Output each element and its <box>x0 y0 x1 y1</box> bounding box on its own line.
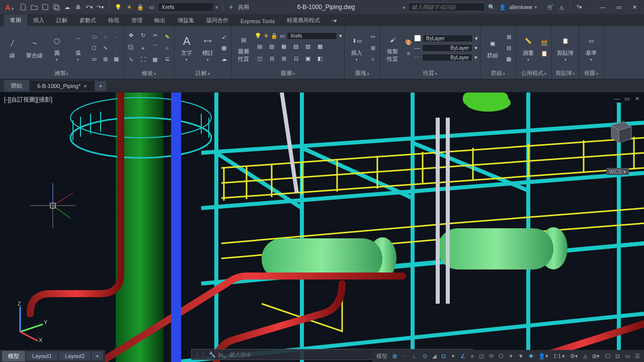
panel-properties-title[interactable]: 性質 <box>382 68 478 78</box>
st-scale[interactable]: 1:1▾ <box>551 352 567 360</box>
vp-max-icon[interactable]: ▭ <box>623 95 631 103</box>
redo-icon[interactable]: ↷▾ <box>96 3 105 12</box>
st-ws-icon[interactable]: ⊞▾ <box>590 352 602 360</box>
ly-1[interactable]: ▤ <box>255 42 265 52</box>
st-lw-icon[interactable]: ≡ <box>468 352 475 360</box>
st-model[interactable]: 模型 <box>374 351 389 361</box>
draw-sm-7[interactable]: ▭ <box>89 54 99 64</box>
fillet-icon[interactable]: ⌒ <box>150 42 160 52</box>
cart-icon[interactable]: 🛒 <box>546 3 555 12</box>
cloud-icon[interactable]: ☁ <box>63 3 72 12</box>
new-tab-button[interactable]: + <box>95 81 106 91</box>
text-button[interactable]: A文字▾ <box>177 33 197 63</box>
panel-modify-title[interactable]: 修改 <box>126 68 172 78</box>
panel-annotation-title[interactable]: 註解 <box>177 68 229 78</box>
drawing-viewport[interactable]: [-][自訂視圖][描影] — ▭ ✕ <box>0 93 644 362</box>
lightbulb-icon[interactable]: 💡 <box>114 3 123 12</box>
stretch-icon[interactable]: ⤡ <box>126 54 136 64</box>
color-field[interactable]: ByLayer <box>423 35 473 42</box>
rotate-icon[interactable]: ↻ <box>138 30 148 40</box>
add-layout-button[interactable]: + <box>92 351 103 360</box>
panel-draw-title[interactable]: 繪製 <box>2 68 121 78</box>
layer-dropdown[interactable]: Xrefs <box>158 3 213 12</box>
matchprop-button[interactable]: 🖌複製 性質 <box>382 32 403 64</box>
ly-3[interactable]: ▦ <box>279 42 289 52</box>
draw-sm-1[interactable]: ⬭ <box>89 32 99 42</box>
layer-props-button[interactable]: ▤圖層 性質 <box>233 32 254 64</box>
ut-2[interactable]: 📋 <box>539 48 549 58</box>
help-icon[interactable]: ?▾ <box>575 3 584 12</box>
arc-button[interactable]: ⌒弧▾ <box>68 33 88 63</box>
draw-sm-8[interactable]: ⊞ <box>100 54 110 64</box>
mirror-icon[interactable]: ⟁ <box>138 42 148 52</box>
tab-collab[interactable]: 協同合作 <box>200 15 234 26</box>
current-layer-field[interactable]: Xrefs <box>287 32 337 40</box>
draw-sm-6[interactable]: · <box>111 43 121 53</box>
tab-view[interactable]: 檢視 <box>102 15 125 26</box>
minimize-button[interactable]: — <box>596 2 610 12</box>
ly-2[interactable]: ▥ <box>267 42 277 52</box>
st-3dosnap-icon[interactable]: ✦ <box>449 352 457 360</box>
offset-icon[interactable]: ⊆ <box>162 54 172 64</box>
array-icon[interactable]: ▦ <box>150 54 160 64</box>
st-clean-icon[interactable]: ▭ <box>623 352 632 360</box>
panel-layers-title[interactable]: 圖層 <box>233 68 342 78</box>
tab-layout1[interactable]: Layout1 <box>26 351 58 360</box>
cloud-rev-icon[interactable]: ☁ <box>219 54 229 64</box>
close-button[interactable]: ✕ <box>628 2 642 12</box>
st-dyn-icon[interactable]: 👤▾ <box>536 352 550 360</box>
tab-home[interactable]: 常用 <box>4 15 27 26</box>
close-tab-icon[interactable]: × <box>84 83 87 89</box>
share-icon[interactable]: ✈ <box>227 3 236 12</box>
move-icon[interactable]: ✥ <box>126 30 136 40</box>
ly-5[interactable]: ▨ <box>303 42 313 52</box>
viewport-label[interactable]: [-][自訂視圖][描影] <box>4 96 52 104</box>
undo-icon[interactable]: ↶▾ <box>85 3 94 12</box>
erase-icon[interactable]: ✎ <box>162 32 172 42</box>
measure-button[interactable]: 📏測量▾ <box>518 33 538 63</box>
panel-utilities-title[interactable]: 公用程式 <box>518 68 549 78</box>
gp-2[interactable]: ⊟ <box>504 43 514 53</box>
panel-block-title[interactable]: 圖塊 <box>347 68 378 78</box>
circle-button[interactable]: ◯圓▾ <box>47 33 67 63</box>
cmd-handle-icon[interactable]: ⋮⋮ <box>195 351 206 358</box>
open-icon[interactable] <box>30 3 39 12</box>
color-wheel-icon[interactable]: 🎨 <box>404 37 414 47</box>
bk-3[interactable]: ⟐ <box>368 54 378 64</box>
st-grid-icon[interactable]: ⊞ <box>390 352 399 360</box>
ly-6[interactable]: ▩ <box>315 42 325 52</box>
tab-parametric[interactable]: 參數式 <box>73 15 102 26</box>
share-label[interactable]: 共用 <box>238 4 249 11</box>
tab-featured[interactable]: 精選應用程式 <box>281 15 326 26</box>
draw-sm-4[interactable]: ⬡ <box>89 43 99 53</box>
group-button[interactable]: ▣群組 <box>482 36 503 60</box>
bk-2[interactable]: ⊞ <box>368 43 378 53</box>
table-icon[interactable]: ▦ <box>219 43 229 53</box>
apps-icon[interactable]: ◬ <box>557 3 566 12</box>
bk-1[interactable]: ✏ <box>368 32 378 42</box>
st-filter-icon[interactable]: ▼ <box>516 352 526 360</box>
vp-close-icon[interactable]: ✕ <box>633 95 641 103</box>
tab-extra-icon[interactable]: ▫▾ <box>326 16 343 26</box>
polyline-button[interactable]: ⤳聚合線 <box>23 36 46 60</box>
st-cycle-icon[interactable]: ⟳ <box>487 352 496 360</box>
scale-icon[interactable]: ⛶ <box>138 54 148 64</box>
layer-on-icon[interactable]: 💡 <box>255 33 262 39</box>
layer-freeze-icon[interactable]: ☀ <box>264 33 269 39</box>
st-ann-icon[interactable]: ◬ <box>581 352 589 360</box>
tab-insert[interactable]: 插入 <box>27 15 50 26</box>
draw-sm-5[interactable]: ∿ <box>100 43 110 53</box>
linetype-icon[interactable]: ≡ <box>404 48 414 58</box>
panel-view-title[interactable]: 視圖 <box>581 68 601 78</box>
gp-3[interactable]: ▦ <box>504 54 514 64</box>
paste-button[interactable]: 📋剪貼簿▾ <box>554 33 577 63</box>
ut-1[interactable]: 🧮 <box>539 37 549 47</box>
st-3d-icon[interactable]: ⬡ <box>497 352 506 360</box>
viewcube[interactable] <box>604 118 634 148</box>
ly-9[interactable]: ⊞ <box>279 54 289 64</box>
explode-icon[interactable]: ⟐ <box>162 43 172 53</box>
ly-7[interactable]: ◫ <box>255 54 265 64</box>
gp-1[interactable]: ⊞ <box>504 32 514 42</box>
lock-icon[interactable]: 🔒 <box>136 3 145 12</box>
ly-8[interactable]: ⊟ <box>267 54 277 64</box>
